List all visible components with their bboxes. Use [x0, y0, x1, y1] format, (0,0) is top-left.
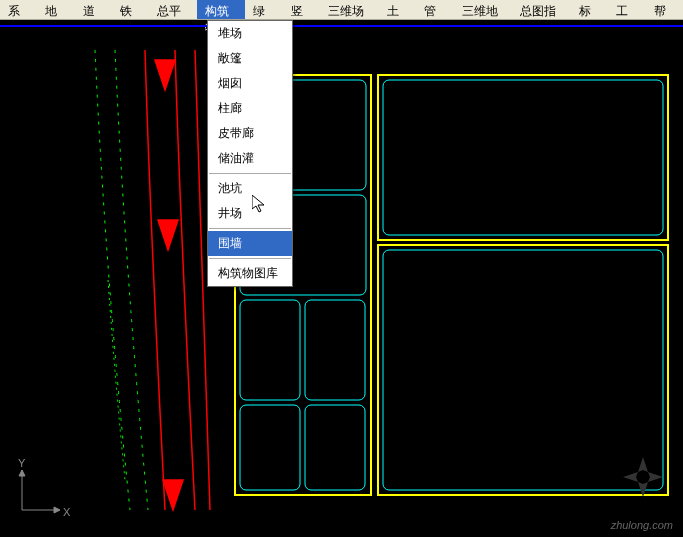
svg-rect-9: [383, 80, 663, 235]
menu-0[interactable]: 系统: [0, 0, 37, 19]
svg-rect-6: [305, 300, 365, 400]
site-logo: [618, 452, 668, 502]
dropdown-item[interactable]: 烟囱: [208, 71, 292, 96]
menu-separator: [209, 228, 291, 229]
dropdown-item[interactable]: 储油灌: [208, 146, 292, 171]
menu-1[interactable]: 地形: [37, 0, 74, 19]
dropdown-item[interactable]: 敞篷: [208, 46, 292, 71]
menu-6[interactable]: 绿化: [245, 0, 282, 19]
svg-marker-12: [158, 220, 178, 250]
menu-separator: [209, 173, 291, 174]
menu-14[interactable]: 工具: [608, 0, 645, 19]
dropdown-item[interactable]: 堆场: [208, 21, 292, 46]
dropdown-menu: 堆场敞篷烟囱柱廊皮带廊储油灌池坑井场围墙构筑物图库: [207, 20, 293, 287]
svg-marker-21: [648, 472, 663, 482]
svg-marker-15: [54, 507, 60, 513]
menu-8[interactable]: 三维场地: [320, 0, 379, 19]
menu-5[interactable]: 构筑物: [197, 0, 245, 19]
svg-rect-5: [240, 300, 300, 400]
menu-4[interactable]: 总平面: [149, 0, 197, 19]
menu-separator: [209, 258, 291, 259]
svg-marker-22: [252, 195, 264, 212]
dropdown-item[interactable]: 围墙: [208, 231, 292, 256]
menu-11[interactable]: 三维地物: [454, 0, 513, 19]
dropdown-item[interactable]: 构筑物图库: [208, 261, 292, 286]
svg-marker-18: [638, 457, 648, 472]
dropdown-item[interactable]: 井场: [208, 201, 292, 226]
watermark: zhulong.com: [611, 519, 673, 531]
cad-drawing: [0, 20, 683, 537]
menu-3[interactable]: 铁路: [112, 0, 149, 19]
menu-2[interactable]: 道路: [75, 0, 112, 19]
menubar: 系统地形道路铁路总平面构筑物绿化竖向三维场地土方管线三维地物总图指标标注工具帮助: [0, 0, 683, 20]
svg-marker-19: [638, 482, 648, 497]
menu-13[interactable]: 标注: [571, 0, 608, 19]
menu-10[interactable]: 管线: [416, 0, 453, 19]
svg-marker-17: [19, 470, 25, 476]
svg-rect-1: [378, 75, 668, 240]
y-axis-label: Y: [18, 457, 25, 469]
dropdown-item[interactable]: 池坑: [208, 176, 292, 201]
svg-rect-8: [305, 405, 365, 490]
svg-marker-11: [155, 60, 175, 90]
x-axis-label: X: [63, 506, 70, 518]
dropdown-item[interactable]: 皮带廊: [208, 121, 292, 146]
dropdown-item[interactable]: 柱廊: [208, 96, 292, 121]
menu-9[interactable]: 土方: [379, 0, 416, 19]
cad-canvas[interactable]: Y X zhulong.com: [0, 20, 683, 537]
svg-rect-7: [240, 405, 300, 490]
menu-15[interactable]: 帮助: [646, 0, 683, 19]
menu-12[interactable]: 总图指标: [512, 0, 571, 19]
menu-7[interactable]: 竖向: [283, 0, 320, 19]
svg-marker-13: [163, 480, 183, 510]
svg-marker-20: [623, 472, 638, 482]
